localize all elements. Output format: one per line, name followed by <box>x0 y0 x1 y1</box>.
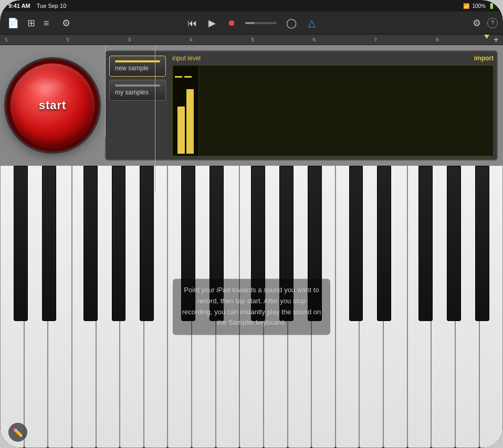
ruler: 1 2 3 4 5 6 7 8 + <box>0 35 503 45</box>
black-key-ds3[interactable] <box>377 166 391 321</box>
ipad-frame: 9:41 AM Tue Sep 10 📶 100% 🔋 📄 ⊞ ≡ ⚙ ⏮ <box>0 0 503 448</box>
import-button[interactable]: import <box>474 55 494 62</box>
input-header: input level import <box>172 55 494 62</box>
battery-icon: 🔋 <box>488 3 495 9</box>
new-sample-indicator <box>115 60 160 62</box>
metronome-button[interactable]: △ <box>306 16 318 30</box>
new-song-button[interactable]: 📄 <box>5 16 21 30</box>
my-samples-button[interactable]: my samples <box>109 80 166 101</box>
new-sample-button[interactable]: new sample <box>109 56 166 77</box>
ruler-mark-3: 3 <box>129 37 190 42</box>
toolbar: 📄 ⊞ ≡ ⚙ ⏮ ▶ ⏺ ◯ △ ⚙ ? <box>0 12 503 35</box>
rewind-button[interactable]: ⏮ <box>185 16 199 30</box>
vu-bars <box>175 68 196 154</box>
instruction-text: Point your iPad towards a sound you want… <box>182 286 321 326</box>
pencil-button[interactable]: ✏️ <box>8 423 27 442</box>
status-date: Tue Sep 10 <box>37 3 66 9</box>
vu-peak <box>175 76 182 78</box>
black-key-cs3[interactable] <box>349 166 363 321</box>
tracks-icon: ⊞ <box>27 18 35 28</box>
toolbar-center: ⏮ ▶ ⏺ ◯ △ <box>185 16 318 30</box>
my-samples-label: my samples <box>115 89 149 96</box>
list-button[interactable]: ≡ <box>41 16 51 30</box>
status-time: 9:41 AM <box>8 3 30 9</box>
ruler-mark-1: 1 <box>5 37 67 42</box>
sample-buttons: new sample my samples <box>106 51 169 159</box>
black-key-gs3[interactable] <box>447 166 461 321</box>
waveform-area <box>202 66 493 156</box>
input-display <box>172 65 494 156</box>
black-key-as[interactable] <box>140 166 154 321</box>
ruler-mark-2: 2 <box>67 37 128 42</box>
pencil-icon: ✏️ <box>13 428 23 438</box>
record-button[interactable]: ⏺ <box>225 17 238 29</box>
mixer-button[interactable]: ⚙ <box>60 16 72 30</box>
status-bar: 9:41 AM Tue Sep 10 📶 100% 🔋 <box>0 0 503 12</box>
toolbar-right: ⚙ ? <box>470 16 498 30</box>
black-key-ds[interactable] <box>42 166 56 321</box>
new-song-icon: 📄 <box>7 18 19 28</box>
ruler-mark-4: 4 <box>190 37 252 42</box>
vu-peak-2 <box>184 76 192 78</box>
ruler-marks: 1 2 3 4 5 6 7 8 <box>5 37 498 42</box>
add-track-button[interactable]: + <box>493 35 499 45</box>
start-button-wrap: start <box>5 58 100 153</box>
black-key-fs3[interactable] <box>418 166 433 321</box>
play-button[interactable]: ▶ <box>206 16 218 30</box>
input-section: input level import <box>169 51 497 159</box>
mixer-icon: ⚙ <box>62 18 70 28</box>
tracks-button[interactable]: ⊞ <box>25 16 37 30</box>
master-button[interactable]: ◯ <box>284 16 299 30</box>
vu-bar-1 <box>177 106 185 154</box>
start-button[interactable]: start <box>11 63 95 147</box>
black-key-cs[interactable] <box>14 166 28 321</box>
vu-bar-2 <box>186 89 194 154</box>
sampler-panel: new sample my samples input level import <box>105 50 498 161</box>
battery-label: 100% <box>472 3 486 9</box>
start-button-label: start <box>39 99 67 112</box>
ruler-mark-5: 5 <box>252 37 313 42</box>
wifi-icon: 📶 <box>463 3 469 9</box>
keyboard-section: Point your iPad towards a sound you want… <box>0 166 503 448</box>
sampler-area: start new sample my samples <box>0 45 503 166</box>
ruler-mark-7: 7 <box>375 37 436 42</box>
black-key-as3[interactable] <box>475 166 489 321</box>
playhead-triangle <box>484 35 489 39</box>
list-icon: ≡ <box>44 18 49 28</box>
help-button[interactable]: ? <box>487 18 498 28</box>
black-key-gs[interactable] <box>112 166 126 321</box>
main-content: start new sample my samples <box>0 45 503 448</box>
settings-button[interactable]: ⚙ <box>470 16 483 30</box>
instruction-overlay: Point your iPad towards a sound you want… <box>173 279 330 335</box>
vu-meter <box>173 66 199 156</box>
keyboard-container: Point your iPad towards a sound you want… <box>0 166 503 448</box>
playhead <box>486 35 487 45</box>
new-sample-label: new sample <box>115 65 149 72</box>
black-key-fs[interactable] <box>83 166 98 321</box>
my-samples-indicator <box>115 84 160 87</box>
status-right: 📶 100% 🔋 <box>463 3 495 9</box>
input-level-label: input level <box>172 55 201 62</box>
ruler-mark-6: 6 <box>313 37 374 42</box>
